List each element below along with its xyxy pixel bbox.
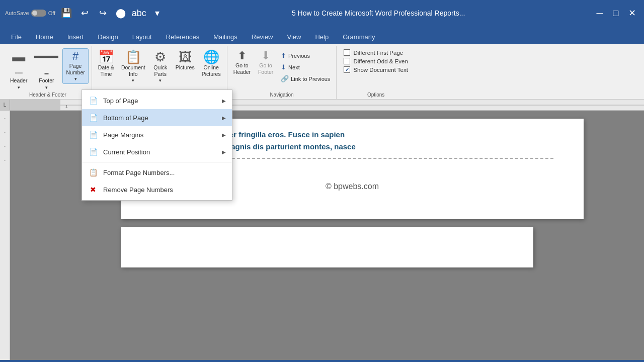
ribbon-group-navigation: ⬆ Go toHeader ⬇ Go toFooter ⬆ Previous ⬇… [227,46,337,99]
footer-icon: ━━━▬ [34,50,58,76]
tab-home[interactable]: Home [29,29,60,44]
document-info-label: DocumentInfo [121,64,145,77]
navigation-buttons: ⬆ Go toHeader ⬇ Go toFooter ⬆ Previous ⬇… [230,46,334,92]
pictures-icon: 🖼 [179,50,192,63]
tab-view[interactable]: View [280,29,308,44]
spelling-button[interactable]: abc [132,6,146,20]
tab-design[interactable]: Design [91,29,125,44]
different-first-page-row[interactable]: Different First Page [344,49,408,56]
save-button[interactable]: 💾 [59,6,73,20]
dropdown-item-top-of-page[interactable]: 📄 Top of Page ▶ [82,92,232,109]
toggle-thumb [32,11,37,16]
dropdown-arrow-title[interactable]: ▾ [150,6,164,20]
quick-parts-label: QuickParts [153,64,167,77]
different-first-page-checkbox[interactable] [344,49,350,56]
date-time-icon: 📅 [98,50,114,63]
go-to-footer-icon: ⬇ [261,50,270,61]
go-to-header-button[interactable]: ⬆ Go toHeader [230,48,254,77]
tab-references[interactable]: References [159,29,206,44]
redo-button[interactable]: ↪ [96,6,110,20]
date-time-label: Date &Time [98,64,114,77]
pictures-label: Pictures [176,64,195,71]
page-number-button[interactable]: # PageNumber ▾ [62,48,88,84]
document-info-icon: 📋 [125,50,141,63]
link-to-previous-button[interactable]: 🔗 Link to Previous [278,73,333,84]
bottom-of-page-icon: 📄 [88,113,98,123]
tab-file[interactable]: File [4,29,29,44]
dropdown-item-remove-page-numbers[interactable]: ✖ Remove Page Numbers [82,181,232,198]
different-odd-even-row[interactable]: Different Odd & Even [344,58,408,64]
window-controls: ─ □ ✕ [593,6,639,20]
different-odd-even-checkbox[interactable] [344,58,350,64]
footer-button[interactable]: ━━━▬ Footer ▾ [31,48,61,92]
link-to-previous-label: Link to Previous [291,76,330,82]
show-document-text-checkbox[interactable] [344,66,350,73]
left-ruler: - - - - [0,111,10,360]
current-position-label: Current Position [103,148,150,156]
tab-layout[interactable]: Layout [125,29,159,44]
dropdown-item-current-position[interactable]: 📄 Current Position ▶ [82,143,232,160]
page-number-dropdown-arrow: ▾ [74,76,77,81]
tab-help[interactable]: Help [308,29,336,44]
status-bar: Page 1 of 4 Words: 412 [0,360,644,362]
quick-parts-icon: ⚙ [154,50,166,63]
ruler-corner: L [0,100,10,110]
tab-mailings[interactable]: Mailings [206,29,245,44]
tab-insert[interactable]: Insert [60,29,91,44]
document-info-button[interactable]: 📋 DocumentInfo ▾ [118,48,148,85]
next-icon: ⬇ [281,63,286,71]
dropdown-item-bottom-of-page[interactable]: 📄 Bottom of Page ▶ [82,109,232,126]
autosave-toggle[interactable]: AutoSave Off [5,10,55,17]
ruler-left-indent [10,100,60,110]
document-title: 5 How to Create Microsoft Word Professio… [164,9,593,17]
ruler-mark-1: - [4,116,6,121]
tab-review[interactable]: Review [245,29,280,44]
minimize-button[interactable]: ─ [593,6,607,20]
page-number-dropdown: 📄 Top of Page ▶ 📄 Bottom of Page ▶ 📄 Pag… [82,89,232,201]
format-page-numbers-label: Format Page Numbers... [103,169,175,176]
ruler-mark-4: - [4,158,6,163]
autosave-label: AutoSave [5,10,29,16]
ribbon-group-header-footer: ▬━━━ Header ▾ ━━━▬ Footer ▾ # PageNumber… [4,46,92,99]
page-number-icon: # [72,51,78,62]
ruler-corner-label: L [0,100,10,110]
options-group-label: Options [367,92,384,99]
close-button[interactable]: ✕ [625,6,639,20]
tab-grammarly[interactable]: Grammarly [336,29,382,44]
header-footer-buttons: ▬━━━ Header ▾ ━━━▬ Footer ▾ # PageNumber… [7,46,89,92]
previous-icon: ⬆ [281,52,286,59]
next-button[interactable]: ⬇ Next [278,62,333,72]
record-button[interactable]: ⬤ [114,6,128,20]
ruler-mark-2: - [4,130,6,135]
previous-button[interactable]: ⬆ Previous [278,50,333,61]
go-to-footer-button[interactable]: ⬇ Go toFooter [255,48,277,77]
page-margins-arrow: ▶ [222,132,226,138]
dropdown-item-format-page-numbers[interactable]: 📋 Format Page Numbers... [82,164,232,181]
online-pictures-label: OnlinePictures [202,64,221,77]
dropdown-item-page-margins[interactable]: 📄 Page Margins ▶ [82,126,232,143]
ribbon-tabs: File Home Insert Design Layout Reference… [0,26,644,44]
prev-next-col: ⬆ Previous ⬇ Next 🔗 Link to Previous [278,48,333,84]
undo-button[interactable]: ↩ [77,6,92,20]
bottom-of-page-label: Bottom of Page [103,114,148,122]
current-position-arrow: ▶ [222,149,226,155]
maximize-button[interactable]: □ [609,6,623,20]
document-info-dropdown-arrow: ▾ [132,78,134,83]
quick-parts-button[interactable]: ⚙ QuickParts ▾ [149,48,172,85]
page-margins-label: Page Margins [103,131,143,139]
top-of-page-icon: 📄 [88,96,98,106]
online-pictures-icon: 🌐 [203,50,219,63]
go-to-footer-label: Go toFooter [258,62,273,75]
page-number-label: PageNumber [66,63,85,75]
header-icon: ▬━━━ [12,50,25,76]
show-document-text-row[interactable]: Show Document Text [344,66,408,73]
header-footer-group-label: Header & Footer [29,92,66,99]
title-bar-left: AutoSave Off 💾 ↩ ↪ ⬤ abc ▾ [5,6,164,20]
online-pictures-button[interactable]: 🌐 OnlinePictures [199,48,224,79]
options-checkboxes: Different First Page Different Odd & Eve… [340,46,412,73]
pictures-button[interactable]: 🖼 Pictures [173,48,198,73]
header-button[interactable]: ▬━━━ Header ▾ [7,48,30,92]
svg-text:1: 1 [65,104,68,109]
insert-buttons: 📅 Date &Time 📋 DocumentInfo ▾ ⚙ QuickPar… [95,46,224,92]
date-time-button[interactable]: 📅 Date &Time [95,48,117,79]
